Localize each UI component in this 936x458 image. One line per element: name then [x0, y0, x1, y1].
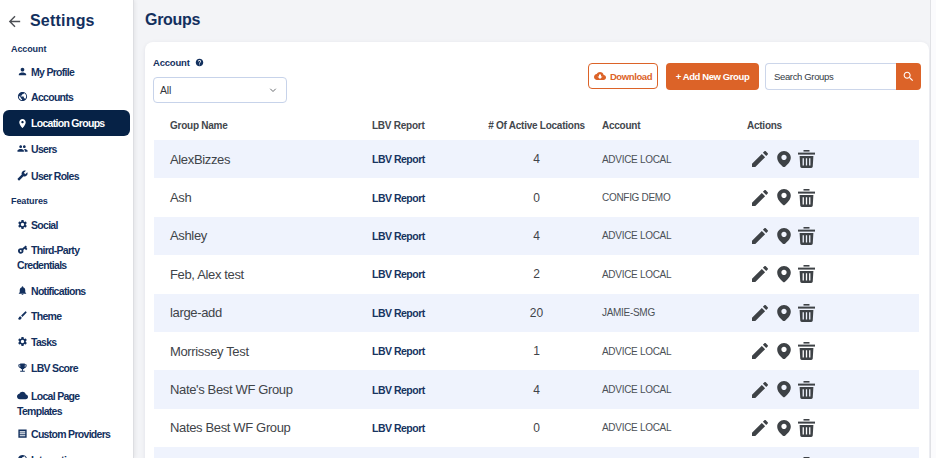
table-icon — [17, 428, 28, 439]
cell-lbv-report-link[interactable]: LBV Report — [372, 192, 487, 204]
chevron-down-icon — [267, 84, 279, 96]
cell-account: ADVICE LOCAL — [602, 230, 747, 241]
page-scrollbar[interactable] — [930, 0, 936, 458]
edit-icon[interactable] — [752, 382, 768, 398]
account-select-value: All — [160, 84, 171, 96]
trash-icon[interactable] — [798, 304, 815, 322]
table-row: Morrissey Test LBV Report 1 ADVICE LOCAL — [154, 332, 919, 370]
back-arrow-icon[interactable] — [6, 13, 23, 30]
sidebar-item-notifications[interactable]: Notifications — [0, 284, 134, 299]
brush-icon — [17, 310, 28, 321]
cell-lbv-report-link[interactable]: LBV Report — [372, 345, 487, 357]
edit-icon[interactable] — [752, 228, 768, 244]
sidebar-item-lbv-score[interactable]: LBV Score — [0, 361, 134, 376]
table-row: Ash LBV Report 0 CONFIG DEMO — [154, 178, 919, 216]
table-row: Ashley LBV Report 4 ADVICE LOCAL — [154, 217, 919, 255]
location-pin-icon[interactable] — [777, 266, 791, 283]
sidebar-item-tasks[interactable]: Tasks — [0, 335, 134, 350]
location-pin-icon[interactable] — [777, 151, 791, 168]
location-pin-icon[interactable] — [777, 305, 791, 322]
sidebar-item-theme[interactable]: Theme — [0, 309, 134, 324]
cell-account: ADVICE LOCAL — [602, 384, 747, 395]
table-row: Feb, Alex test LBV Report 2 ADVICE LOCAL — [154, 255, 919, 293]
cell-group-name: Nates Best WF Group — [170, 420, 372, 435]
add-new-group-button[interactable]: + Add New Group — [666, 63, 759, 90]
sidebar-item-users[interactable]: Users — [0, 142, 134, 157]
search-input[interactable] — [765, 63, 896, 90]
sidebar-item-accounts[interactable]: Accounts — [0, 90, 134, 105]
cloud-icon — [17, 390, 28, 401]
cell-group-name: Nate's Best WF Group — [170, 382, 372, 397]
cell-actions — [747, 227, 919, 245]
help-icon[interactable] — [195, 58, 204, 67]
key-icon — [17, 244, 28, 255]
cell-lbv-report-link[interactable]: LBV Report — [372, 268, 487, 280]
location-pin-icon[interactable] — [777, 381, 791, 398]
cell-lbv-report-link[interactable]: LBV Report — [372, 153, 487, 165]
cell-active-locations: 1 — [487, 344, 586, 358]
cell-lbv-report-link[interactable]: LBV Report — [372, 230, 487, 242]
edit-icon[interactable] — [752, 343, 768, 359]
cell-group-name: Ash — [170, 190, 372, 205]
cell-lbv-report-link[interactable]: LBV Report — [372, 422, 487, 434]
users-icon — [17, 143, 28, 154]
location-pin-icon[interactable] — [777, 228, 791, 245]
sidebar-item-my-profile[interactable]: My Profile — [0, 65, 134, 80]
section-label-account: Account — [11, 44, 46, 55]
sidebar-title: Settings — [30, 12, 95, 30]
edit-icon[interactable] — [752, 151, 768, 167]
wrench-icon — [17, 170, 28, 181]
trash-icon[interactable] — [798, 342, 815, 360]
account-select[interactable]: All — [153, 77, 287, 103]
column-header-account: Account — [602, 120, 747, 131]
cell-lbv-report-link[interactable]: LBV Report — [372, 307, 487, 319]
cell-actions — [747, 189, 919, 207]
trash-icon[interactable] — [798, 150, 815, 168]
cell-group-name: Feb, Alex test — [170, 267, 372, 282]
trash-icon[interactable] — [798, 419, 815, 437]
search-icon — [902, 70, 915, 83]
trash-icon[interactable] — [798, 227, 815, 245]
location-pin-icon[interactable] — [777, 189, 791, 206]
cell-active-locations: 2 — [487, 267, 586, 281]
account-filter-label: Account — [153, 57, 190, 68]
edit-icon[interactable] — [752, 305, 768, 321]
cell-group-name: large-add — [170, 305, 372, 320]
table-row: Nate's Best WF Group LBV Report 4 ADVICE… — [154, 370, 919, 408]
table-row: large-add LBV Report 20 JAMIE-SMG — [154, 294, 919, 332]
column-header-actions: Actions — [747, 120, 919, 131]
sidebar-item-social[interactable]: Social — [0, 218, 134, 233]
sidebar-item-local-page-templates[interactable]: Local Page Templates — [0, 389, 114, 419]
bell-icon — [17, 285, 28, 296]
cell-account: ADVICE LOCAL — [602, 346, 747, 357]
location-pin-icon[interactable] — [777, 420, 791, 437]
edit-icon[interactable] — [752, 266, 768, 282]
cell-lbv-report-link[interactable]: LBV Report — [372, 384, 487, 396]
column-header-active-locations: # Of Active Locations — [487, 120, 586, 131]
cell-account: CONFIG DEMO — [602, 192, 747, 203]
edit-icon[interactable] — [752, 190, 768, 206]
cell-group-name: AlexBizzes — [170, 152, 372, 167]
cell-account: ADVICE LOCAL — [602, 269, 747, 280]
trophy-icon — [17, 362, 28, 373]
sidebar-item-user-roles[interactable]: User Roles — [0, 169, 134, 184]
settings-sidebar: Settings Account My Profile Accounts Loc… — [0, 0, 134, 458]
cell-actions — [747, 150, 919, 168]
trash-icon[interactable] — [798, 189, 815, 207]
column-header-group-name: Group Name — [170, 120, 372, 131]
trash-icon[interactable] — [798, 265, 815, 283]
sidebar-item-location-groups[interactable]: Location Groups — [3, 110, 130, 136]
sidebar-item-integrations[interactable]: Integrations — [0, 453, 134, 458]
search-button[interactable] — [896, 63, 921, 90]
location-pin-icon[interactable] — [777, 343, 791, 360]
sidebar-item-third-party-credentials[interactable]: Third-Party Credentials — [0, 243, 114, 273]
cell-account: ADVICE LOCAL — [602, 422, 747, 433]
table-header: Group Name LBV Report # Of Active Locati… — [154, 110, 919, 140]
globe-icon — [17, 454, 28, 458]
trash-icon[interactable] — [798, 381, 815, 399]
sidebar-item-custom-providers[interactable]: Custom Providers — [0, 427, 134, 442]
cell-actions — [747, 304, 919, 322]
page-title: Groups — [145, 11, 200, 29]
edit-icon[interactable] — [752, 420, 768, 436]
download-button[interactable]: Download — [588, 63, 658, 89]
